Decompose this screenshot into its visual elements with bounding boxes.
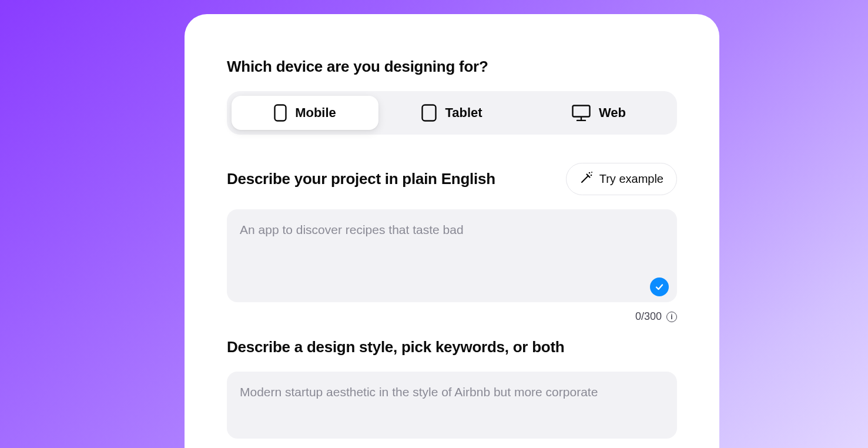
device-tab-mobile[interactable]: Mobile <box>232 96 378 130</box>
device-tab-label: Web <box>599 105 626 121</box>
style-field-wrap <box>227 372 677 441</box>
project-heading-row: Describe your project in plain English T… <box>227 163 677 195</box>
style-description-input[interactable] <box>227 372 677 439</box>
form-card: Which device are you designing for? Mobi… <box>185 14 719 448</box>
validation-check-icon <box>650 278 669 296</box>
magic-wand-icon <box>579 170 594 188</box>
svg-rect-2 <box>572 106 589 117</box>
info-icon[interactable]: i <box>666 312 677 322</box>
device-tab-label: Tablet <box>445 105 482 121</box>
tablet-icon <box>421 104 437 122</box>
device-tab-group: Mobile Tablet Web <box>227 91 677 135</box>
svg-point-6 <box>590 175 592 176</box>
mobile-icon <box>274 104 287 122</box>
svg-point-5 <box>588 172 590 174</box>
device-tab-tablet[interactable]: Tablet <box>378 96 525 130</box>
try-example-label: Try example <box>599 172 663 186</box>
device-tab-label: Mobile <box>295 105 336 121</box>
desktop-icon <box>572 105 591 121</box>
svg-rect-0 <box>275 105 286 121</box>
device-heading: Which device are you designing for? <box>227 58 677 76</box>
project-field-wrap <box>227 209 677 305</box>
style-heading: Describe a design style, pick keywords, … <box>227 338 677 356</box>
project-description-input[interactable] <box>227 209 677 302</box>
svg-point-7 <box>591 172 592 173</box>
project-heading: Describe your project in plain English <box>227 170 495 188</box>
device-tab-web[interactable]: Web <box>525 96 672 130</box>
try-example-button[interactable]: Try example <box>566 163 677 195</box>
project-counter-row: 0/300 i <box>227 310 677 323</box>
svg-rect-1 <box>423 105 436 121</box>
project-char-counter: 0/300 <box>635 310 662 323</box>
